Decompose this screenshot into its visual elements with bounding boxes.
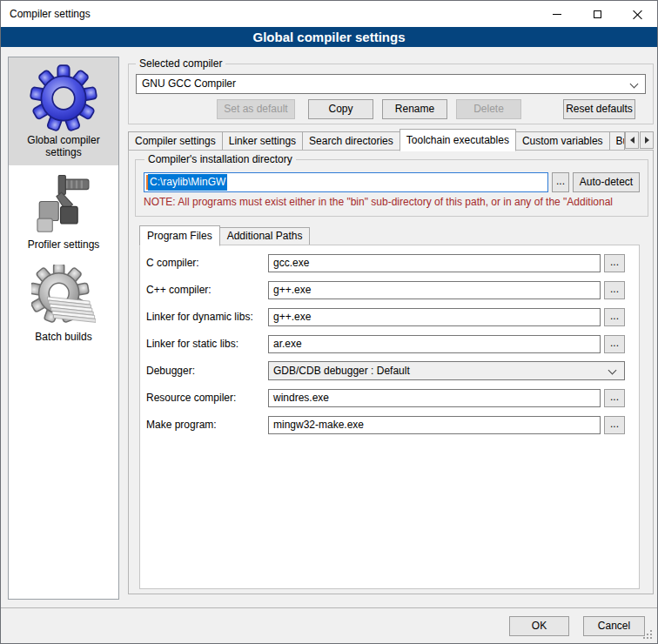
dynamic-linker-label: Linker for dynamic libs:	[146, 311, 268, 323]
cpp-compiler-label: C++ compiler:	[146, 284, 268, 296]
tab-linker-settings[interactable]: Linker settings	[222, 131, 303, 151]
maximize-button[interactable]	[577, 1, 617, 27]
chevron-down-icon	[608, 366, 617, 375]
c-compiler-label: C compiler:	[146, 257, 268, 269]
dynamic-linker-row: Linker for dynamic libs: g++.exe ...	[146, 307, 625, 326]
resource-compiler-label: Resource compiler:	[146, 392, 268, 404]
compiler-settings-window: Compiler settings Global compiler settin…	[0, 0, 658, 644]
maximize-icon	[594, 10, 601, 18]
sidebar-item-label: Batch builds	[10, 331, 117, 343]
copy-button[interactable]: Copy	[308, 99, 373, 119]
static-linker-browse-button[interactable]: ...	[604, 335, 625, 353]
dynamic-linker-input[interactable]: g++.exe	[268, 308, 601, 326]
scroll-left-icon	[630, 137, 634, 144]
selected-compiler-legend: Selected compiler	[136, 57, 225, 70]
settings-sidebar: Global compiler settings Profiler settin…	[8, 57, 119, 600]
bin-subdirectory-note: NOTE: All programs must exist either in …	[144, 196, 646, 208]
titlebar-buttons	[537, 1, 657, 27]
static-linker-label: Linker for static libs:	[146, 338, 268, 350]
static-linker-row: Linker for static libs: ar.exe ...	[146, 334, 625, 353]
dialog-header-title: Global compiler settings	[252, 30, 405, 44]
close-icon	[633, 10, 642, 19]
scroll-right-icon	[645, 137, 649, 144]
resize-grip[interactable]	[643, 630, 653, 640]
chevron-down-icon	[630, 80, 639, 89]
titlebar: Compiler settings	[1, 1, 657, 27]
sidebar-item-profiler-settings[interactable]: Profiler settings	[9, 165, 118, 258]
c-compiler-row: C compiler: gcc.exe ...	[146, 253, 625, 272]
sidebar-item-batch-builds[interactable]: Batch builds	[9, 258, 118, 350]
cpp-compiler-row: C++ compiler: g++.exe ...	[146, 280, 625, 299]
debugger-select[interactable]: GDB/CDB debugger : Default	[268, 361, 625, 380]
installation-directory-input[interactable]: C:\raylib\MinGW	[144, 172, 548, 192]
c-compiler-input[interactable]: gcc.exe	[268, 254, 601, 272]
selected-compiler-group: Selected compiler GNU GCC Compiler Set a…	[128, 64, 654, 124]
blue-gear-icon	[30, 64, 97, 132]
installation-directory-row: C:\raylib\MinGW ... Auto-detect	[144, 172, 640, 192]
installation-directory-legend: Compiler's installation directory	[144, 153, 296, 165]
sidebar-item-global-compiler-settings[interactable]: Global compiler settings	[9, 57, 118, 165]
static-linker-input[interactable]: ar.exe	[268, 335, 601, 353]
toolchain-executables-page: Compiler's installation directory C:\ray…	[128, 150, 654, 594]
tab-search-directories[interactable]: Search directories	[302, 131, 400, 151]
program-files-panel: C compiler: gcc.exe ... C++ compiler: g+…	[139, 245, 640, 589]
auto-detect-button[interactable]: Auto-detect	[573, 172, 640, 192]
tab-compiler-settings[interactable]: Compiler settings	[128, 131, 223, 151]
resource-compiler-row: Resource compiler: windres.exe ...	[146, 388, 625, 407]
program-files-tabbar: Program Files Additional Paths	[139, 224, 309, 245]
sidebar-item-label: Profiler settings	[10, 238, 117, 251]
minimize-icon	[553, 14, 561, 15]
sidebar-item-label: Global compiler settings	[10, 134, 117, 158]
gray-gear-papers-icon	[31, 265, 96, 329]
delete-button[interactable]: Delete	[456, 99, 521, 119]
footer-divider	[1, 607, 657, 608]
make-program-label: Make program:	[146, 419, 268, 431]
resource-compiler-input[interactable]: windres.exe	[268, 389, 601, 407]
caliper-profiler-icon	[31, 172, 96, 237]
tab-scroll-left-button[interactable]	[625, 131, 639, 149]
rename-button[interactable]: Rename	[382, 99, 447, 119]
close-button[interactable]	[617, 1, 657, 27]
installation-directory-group: Compiler's installation directory C:\ray…	[135, 159, 648, 217]
tab-toolchain-executables[interactable]: Toolchain executables	[400, 129, 516, 151]
set-as-default-button[interactable]: Set as default	[217, 99, 295, 119]
dialog-header: Global compiler settings	[1, 27, 657, 47]
make-program-browse-button[interactable]: ...	[604, 416, 625, 434]
tab-custom-variables[interactable]: Custom variables	[515, 131, 610, 151]
make-program-input[interactable]: mingw32-make.exe	[268, 416, 601, 434]
tab-build-options-truncated[interactable]: Build	[609, 131, 625, 151]
reset-defaults-button[interactable]: Reset defaults	[563, 99, 635, 119]
compiler-select-value: GNU GCC Compiler	[142, 77, 236, 90]
debugger-label: Debugger:	[146, 365, 268, 377]
installation-directory-value: C:\raylib\MinGW	[148, 174, 227, 191]
browse-directory-button[interactable]: ...	[552, 172, 569, 192]
dynamic-linker-browse-button[interactable]: ...	[604, 308, 625, 326]
tab-additional-paths[interactable]: Additional Paths	[219, 227, 311, 245]
c-compiler-browse-button[interactable]: ...	[604, 254, 625, 272]
compiler-select[interactable]: GNU GCC Compiler	[136, 74, 646, 94]
tab-scroll-arrows	[624, 131, 654, 149]
settings-tabbar: Compiler settings Linker settings Search…	[128, 127, 654, 151]
cpp-compiler-browse-button[interactable]: ...	[604, 281, 625, 299]
debugger-row: Debugger: GDB/CDB debugger : Default	[146, 361, 625, 380]
resource-compiler-browse-button[interactable]: ...	[604, 389, 625, 407]
debugger-select-value: GDB/CDB debugger : Default	[273, 365, 410, 377]
compiler-buttons-row: Set as default Copy Rename Delete Reset …	[129, 99, 653, 119]
cpp-compiler-input[interactable]: g++.exe	[268, 281, 601, 299]
minimize-button[interactable]	[537, 1, 577, 27]
ok-button[interactable]: OK	[509, 616, 569, 636]
window-title: Compiler settings	[1, 8, 91, 20]
make-program-row: Make program: mingw32-make.exe ...	[146, 415, 625, 434]
tab-program-files[interactable]: Program Files	[139, 225, 220, 246]
cancel-button[interactable]: Cancel	[583, 616, 645, 636]
tab-scroll-right-button[interactable]	[640, 131, 654, 149]
